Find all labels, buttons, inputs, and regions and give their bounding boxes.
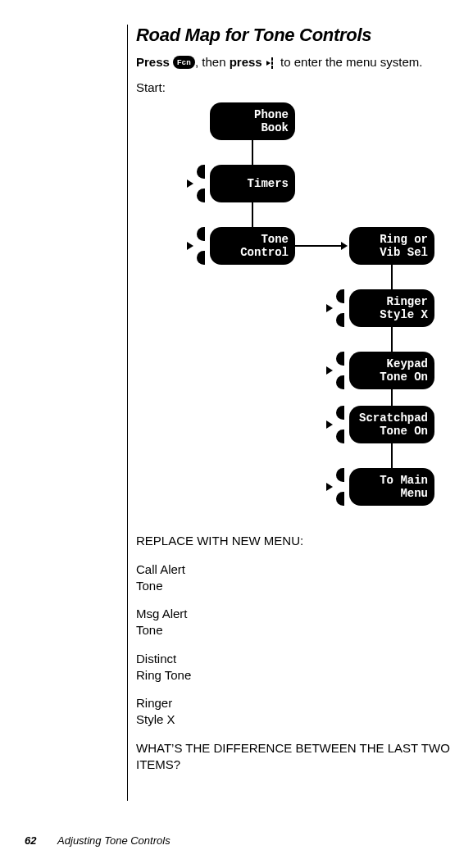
item-line: Msg Alert [136, 607, 188, 620]
connector [295, 245, 341, 247]
scroll-icon [331, 289, 346, 327]
menu-ringer-style: Ringer Style X [349, 289, 434, 327]
fcn-key-icon: Fcn [173, 56, 195, 69]
item-call-alert: Call Alert Tone [136, 561, 451, 595]
menu-to-main: To Main Menu [349, 468, 434, 506]
question-text: WHAT’S THE DIFFERENCE BETWEEN THE LAST T… [136, 740, 451, 774]
connector [252, 202, 253, 227]
menu-phone-book: Phone Book [210, 102, 295, 140]
replace-heading: REPLACE WITH NEW MENU: [136, 533, 451, 549]
menu-scratchpad-tone: Scratchpad Tone On [349, 406, 434, 443]
start-label: Start: [136, 80, 451, 94]
item-distinct: Distinct Ring Tone [136, 651, 451, 684]
press-word-1: Press [136, 55, 170, 69]
scroll-icon [192, 165, 207, 202]
scroll-icon [331, 468, 346, 506]
section-name: Adjusting Tone Controls [57, 834, 171, 847]
item-line: Tone [136, 579, 163, 593]
item-line: Style X [136, 712, 175, 726]
item-line: Tone [136, 623, 163, 637]
instruction-tail: to enter the menu system. [280, 55, 422, 69]
connector [391, 327, 393, 352]
item-line: Ringer [136, 696, 172, 710]
connector [391, 265, 393, 289]
menu-tone-control: Tone Control [210, 227, 295, 265]
press-word-2: press [230, 55, 262, 69]
menu-diagram: Phone Book Timers Tone Control Ring or V… [152, 102, 451, 525]
arrow-right-icon [341, 242, 348, 250]
scroll-icon [192, 227, 207, 265]
nav-key-icon [266, 57, 277, 69]
page-footer: 62 Adjusting Tone Controls [25, 834, 171, 847]
connector [391, 389, 393, 406]
item-line: Call Alert [136, 562, 185, 576]
connector [252, 140, 253, 165]
then-word: , then [195, 55, 226, 69]
item-line: Distinct [136, 652, 176, 666]
scroll-icon [331, 406, 346, 443]
scroll-icon [331, 352, 346, 389]
menu-ring-or-vib: Ring or Vib Sel [349, 227, 434, 265]
connector [391, 443, 393, 468]
item-line: Ring Tone [136, 668, 191, 682]
page-number: 62 [25, 834, 36, 847]
instruction-line: Press Fcn, then press to enter the menu … [136, 54, 451, 70]
menu-timers: Timers [210, 165, 295, 202]
item-msg-alert: Msg Alert Tone [136, 606, 451, 639]
page-title: Road Map for Tone Controls [136, 25, 451, 46]
item-ringer: Ringer Style X [136, 695, 451, 729]
menu-keypad-tone: Keypad Tone On [349, 352, 434, 389]
